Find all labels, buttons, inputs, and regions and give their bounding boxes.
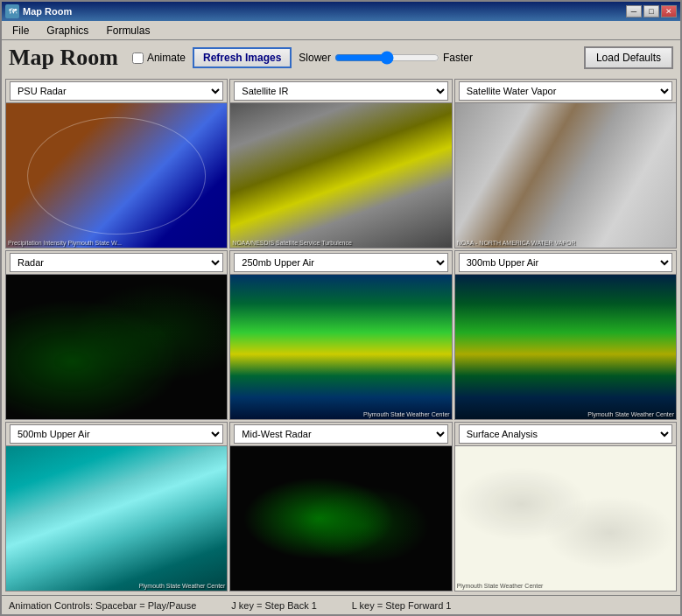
status-item-1: Animation Controls: Spacebar = Play/Paus… bbox=[9, 600, 196, 611]
status-bar: Animation Controls: Spacebar = Play/Paus… bbox=[2, 595, 680, 614]
watermark-satellite-ir: NOAA/NESDIS Satellite Service Turbulence bbox=[232, 240, 449, 246]
cell-header-250mb: PSU Radar Radar Satellite IR Satellite W… bbox=[230, 251, 451, 275]
select-surface-analysis[interactable]: PSU Radar Radar Satellite IR Satellite W… bbox=[459, 424, 672, 444]
faster-label: Faster bbox=[443, 52, 473, 64]
toolbar: Map Room Animate Refresh Images Slower F… bbox=[2, 40, 680, 75]
watermark-surface: Plymouth State Weather Center bbox=[457, 583, 674, 589]
watermark-psu: Precipitation Intensity Plymouth State W… bbox=[8, 240, 225, 246]
cell-header-radar: PSU Radar Radar Satellite IR Satellite W… bbox=[6, 251, 227, 275]
menu-bar: File Graphics Formulas bbox=[2, 21, 680, 40]
load-defaults-button[interactable]: Load Defaults bbox=[584, 46, 673, 69]
window-title: Map Room bbox=[23, 6, 72, 17]
image-500mb: Plymouth State Weather Center bbox=[6, 446, 227, 591]
image-radar bbox=[6, 275, 227, 419]
maximize-button[interactable]: □ bbox=[643, 5, 659, 18]
cell-header-satellite-ir: PSU Radar Radar Satellite IR Satellite W… bbox=[230, 80, 451, 103]
image-satellite-ir: NOAA/NESDIS Satellite Service Turbulence bbox=[230, 103, 451, 248]
select-250mb[interactable]: PSU Radar Radar Satellite IR Satellite W… bbox=[234, 253, 447, 272]
title-controls: ─ □ ✕ bbox=[626, 5, 677, 18]
cell-header-psu-radar: PSU Radar Radar Satellite IR Satellite W… bbox=[6, 80, 227, 103]
watermark-300mb: Plymouth State Weather Center bbox=[587, 411, 674, 417]
select-water-vapor[interactable]: PSU Radar Radar Satellite IR Satellite W… bbox=[459, 81, 672, 101]
menu-graphics[interactable]: Graphics bbox=[39, 23, 95, 38]
grid-cell-psu-radar: PSU Radar Radar Satellite IR Satellite W… bbox=[5, 79, 228, 248]
image-psu-radar: Precipitation Intensity Plymouth State W… bbox=[6, 103, 227, 248]
refresh-images-button[interactable]: Refresh Images bbox=[193, 47, 292, 68]
close-button[interactable]: ✕ bbox=[661, 5, 677, 18]
animate-container: Animate bbox=[132, 52, 186, 64]
image-surface-analysis: Plymouth State Weather Center bbox=[455, 446, 676, 591]
watermark-500mb: Plymouth State Weather Center bbox=[139, 583, 226, 589]
watermark-water-vapor: NOAA - NORTH AMERICA WATER VAPOR bbox=[457, 240, 674, 246]
grid-cell-surface-analysis: PSU Radar Radar Satellite IR Satellite W… bbox=[454, 422, 677, 592]
grid-cell-300mb: PSU Radar Radar Satellite IR Satellite W… bbox=[454, 250, 677, 420]
watermark-250mb: Plymouth State Weather Center bbox=[363, 411, 450, 417]
status-item-3: L key = Step Forward 1 bbox=[352, 600, 452, 611]
image-300mb: Plymouth State Weather Center bbox=[455, 275, 676, 419]
speed-control: Slower Faster bbox=[299, 49, 473, 66]
select-500mb[interactable]: PSU Radar Radar Satellite IR Satellite W… bbox=[10, 424, 223, 444]
image-water-vapor: NOAA - NORTH AMERICA WATER VAPOR bbox=[455, 103, 676, 248]
image-midwest-radar bbox=[230, 446, 451, 591]
grid-cell-midwest-radar: PSU Radar Radar Satellite IR Satellite W… bbox=[229, 422, 452, 592]
animate-label: Animate bbox=[147, 52, 186, 64]
grid-cell-500mb: PSU Radar Radar Satellite IR Satellite W… bbox=[5, 422, 228, 592]
minimize-button[interactable]: ─ bbox=[626, 5, 642, 18]
cell-header-500mb: PSU Radar Radar Satellite IR Satellite W… bbox=[6, 423, 227, 446]
select-satellite-ir[interactable]: PSU Radar Radar Satellite IR Satellite W… bbox=[234, 81, 447, 101]
select-300mb[interactable]: PSU Radar Radar Satellite IR Satellite W… bbox=[459, 253, 672, 272]
cell-header-midwest-radar: PSU Radar Radar Satellite IR Satellite W… bbox=[230, 423, 451, 446]
cell-header-water-vapor: PSU Radar Radar Satellite IR Satellite W… bbox=[455, 80, 676, 103]
image-250mb: Plymouth State Weather Center bbox=[230, 275, 451, 419]
status-item-2: J key = Step Back 1 bbox=[231, 600, 317, 611]
image-grid: PSU Radar Radar Satellite IR Satellite W… bbox=[2, 75, 680, 595]
menu-formulas[interactable]: Formulas bbox=[99, 23, 157, 38]
title-bar-left: 🗺 Map Room bbox=[5, 4, 72, 18]
main-window: 🗺 Map Room ─ □ ✕ File Graphics Formulas … bbox=[0, 0, 682, 616]
app-title: Map Room bbox=[9, 45, 118, 71]
speed-slider[interactable] bbox=[334, 49, 439, 66]
select-radar[interactable]: PSU Radar Radar Satellite IR Satellite W… bbox=[10, 253, 223, 272]
select-midwest-radar[interactable]: PSU Radar Radar Satellite IR Satellite W… bbox=[234, 424, 447, 444]
animate-checkbox[interactable] bbox=[132, 52, 144, 64]
menu-file[interactable]: File bbox=[5, 23, 36, 38]
grid-cell-radar: PSU Radar Radar Satellite IR Satellite W… bbox=[5, 250, 228, 420]
grid-cell-250mb: PSU Radar Radar Satellite IR Satellite W… bbox=[229, 250, 452, 420]
slower-label: Slower bbox=[299, 52, 331, 64]
window-icon: 🗺 bbox=[5, 4, 19, 18]
grid-cell-satellite-ir: PSU Radar Radar Satellite IR Satellite W… bbox=[229, 79, 452, 248]
cell-header-300mb: PSU Radar Radar Satellite IR Satellite W… bbox=[455, 251, 676, 275]
grid-cell-water-vapor: PSU Radar Radar Satellite IR Satellite W… bbox=[454, 79, 677, 248]
select-psu-radar[interactable]: PSU Radar Radar Satellite IR Satellite W… bbox=[10, 81, 223, 101]
title-bar: 🗺 Map Room ─ □ ✕ bbox=[2, 2, 680, 21]
cell-header-surface-analysis: PSU Radar Radar Satellite IR Satellite W… bbox=[455, 423, 676, 446]
